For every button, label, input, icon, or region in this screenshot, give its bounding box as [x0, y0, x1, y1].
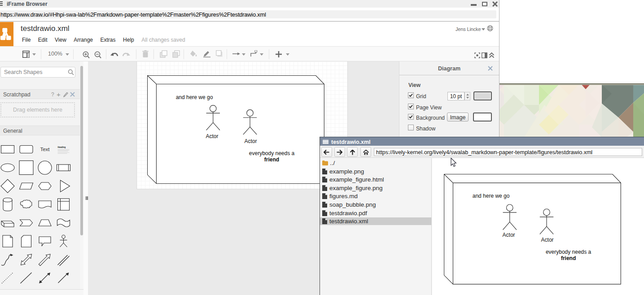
- svg-text:Heading: Heading: [58, 146, 66, 148]
- svg-text:Text: Text: [40, 147, 50, 152]
